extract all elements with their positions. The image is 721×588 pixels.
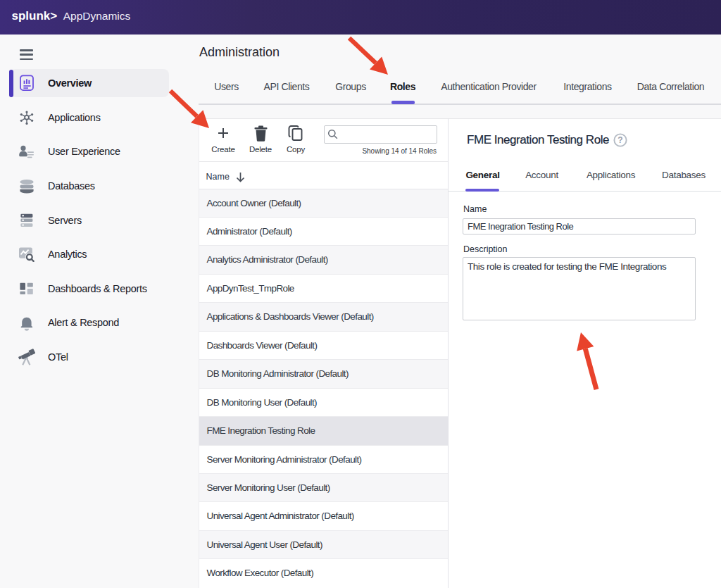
svg-text:?: ? <box>617 135 622 145</box>
